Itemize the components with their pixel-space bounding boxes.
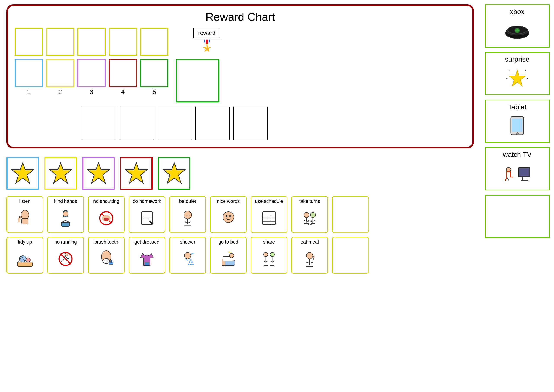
chart-box-3[interactable] (77, 59, 106, 87)
reward-tablet-icon (509, 113, 526, 140)
svg-marker-2 (88, 163, 109, 183)
activity-be-quiet-label: be quiet (179, 198, 196, 204)
star-icon-4 (125, 161, 148, 185)
activity-no-shouting[interactable]: no shoutting (88, 196, 125, 233)
bottom-box-3[interactable] (158, 107, 192, 140)
svg-point-7 (20, 216, 22, 218)
activity-take-turns[interactable]: take turns (291, 196, 328, 233)
activity-listen[interactable]: listen (7, 196, 43, 233)
chart-box-top-1[interactable] (15, 28, 43, 56)
svg-point-5 (21, 210, 29, 220)
activity-kind-hands-icon (57, 205, 74, 231)
activity-use-schedule[interactable]: use schedule (251, 196, 287, 233)
activity-go-to-bed[interactable]: go to bed (210, 237, 247, 273)
reward-xbox[interactable]: xbox (485, 4, 550, 48)
chart-box-top-5[interactable] (140, 28, 168, 56)
activity-no-running-icon (57, 246, 74, 272)
activity-do-homework[interactable]: do homework (129, 196, 165, 233)
bottom-box-1[interactable] (82, 107, 117, 140)
svg-point-72 (270, 252, 274, 257)
activity-brush-teeth-icon (97, 246, 115, 272)
star-icon-3 (87, 161, 110, 185)
activity-listen-label: listen (19, 198, 30, 204)
svg-line-44 (313, 220, 315, 221)
chart-box-4[interactable] (109, 59, 137, 87)
svg-point-59 (184, 252, 191, 259)
svg-point-69 (229, 253, 234, 258)
activity-row-1: listen kind hands no shoutting (7, 196, 474, 233)
activity-share[interactable]: share (251, 237, 287, 273)
bottom-boxes-row (82, 107, 466, 140)
star-item-4[interactable] (120, 157, 152, 190)
star-item-3[interactable] (82, 157, 115, 190)
svg-point-35 (304, 212, 309, 217)
reward-tablet[interactable]: Tablet (485, 100, 550, 143)
activity-do-homework-label: do homework (133, 198, 161, 204)
activity-share-label: share (263, 239, 275, 245)
chart-cell-3: 3 (77, 59, 106, 95)
activity-take-turns-icon (301, 205, 318, 231)
star-item-5[interactable] (158, 157, 190, 190)
activity-go-to-bed-icon (220, 246, 237, 272)
star-item-2[interactable] (44, 157, 77, 190)
reward-label: reward (193, 28, 220, 38)
activity-get-dressed-icon (138, 246, 156, 272)
activity-shower[interactable]: shower (169, 237, 206, 273)
svg-point-9 (63, 211, 68, 217)
activity-eat-meal-icon (301, 246, 318, 272)
svg-point-71 (263, 252, 268, 257)
reward-ribbon-icon: 🎖️ (200, 39, 214, 52)
svg-point-92 (506, 167, 511, 172)
svg-point-21 (184, 211, 192, 219)
reward-surprise[interactable]: surprise (485, 52, 550, 95)
activity-kind-hands[interactable]: kind hands (47, 196, 84, 233)
star-icon-5 (162, 161, 186, 185)
activity-no-running[interactable]: no running (47, 237, 84, 273)
svg-point-48 (26, 258, 30, 262)
bottom-box-2[interactable] (120, 107, 154, 140)
activity-tidy-up[interactable]: tidy up (7, 237, 43, 273)
chart-box-1[interactable] (15, 59, 43, 87)
activity-be-quiet[interactable]: be quiet (169, 196, 206, 233)
activity-get-dressed[interactable]: get dressed (129, 237, 165, 273)
svg-point-27 (226, 215, 228, 217)
chart-cell-5: 5 (140, 59, 168, 95)
activity-brush-teeth[interactable]: brush teeth (88, 237, 125, 273)
activity-row-2: tidy up no running brush teeth (7, 237, 474, 273)
activity-do-homework-icon (138, 205, 156, 231)
svg-marker-78 (509, 70, 526, 86)
star-item-1[interactable] (7, 157, 39, 190)
activity-take-turns-label: take turns (299, 198, 320, 204)
svg-line-80 (525, 70, 526, 71)
activity-section: listen kind hands no shoutting (7, 196, 474, 273)
activity-eat-meal[interactable]: eat meal (291, 237, 328, 273)
chart-box-2[interactable] (46, 59, 74, 87)
chart-number-5: 5 (152, 88, 156, 95)
bottom-box-5[interactable] (233, 107, 268, 140)
svg-point-26 (223, 212, 234, 223)
svg-marker-3 (126, 163, 147, 183)
main-container: Reward Chart reward 🎖️ 1 (0, 0, 554, 392)
chart-box-top-4[interactable] (109, 28, 137, 56)
chart-box-5[interactable] (140, 59, 168, 87)
chart-box-large-green[interactable] (176, 59, 219, 102)
star-icon-2 (49, 161, 72, 185)
svg-rect-85 (512, 119, 522, 132)
svg-marker-0 (12, 163, 34, 183)
chart-cell-1: 1 (15, 59, 43, 95)
svg-line-25 (188, 221, 190, 224)
activity-nice-words[interactable]: nice words (210, 196, 247, 233)
svg-rect-46 (17, 262, 33, 266)
star-icon-1 (11, 161, 35, 185)
chart-box-top-2[interactable] (46, 28, 74, 56)
bottom-box-4[interactable] (195, 107, 230, 140)
activity-share-icon (260, 246, 278, 272)
activity-tidy-up-icon (16, 246, 34, 272)
svg-line-10 (61, 220, 66, 223)
svg-line-24 (185, 221, 188, 224)
activity-empty-1 (332, 196, 369, 233)
activity-go-to-bed-label: go to bed (218, 239, 238, 245)
svg-point-65 (192, 264, 194, 265)
reward-watch-tv[interactable]: watch TV (485, 147, 550, 190)
chart-box-top-3[interactable] (77, 28, 106, 56)
